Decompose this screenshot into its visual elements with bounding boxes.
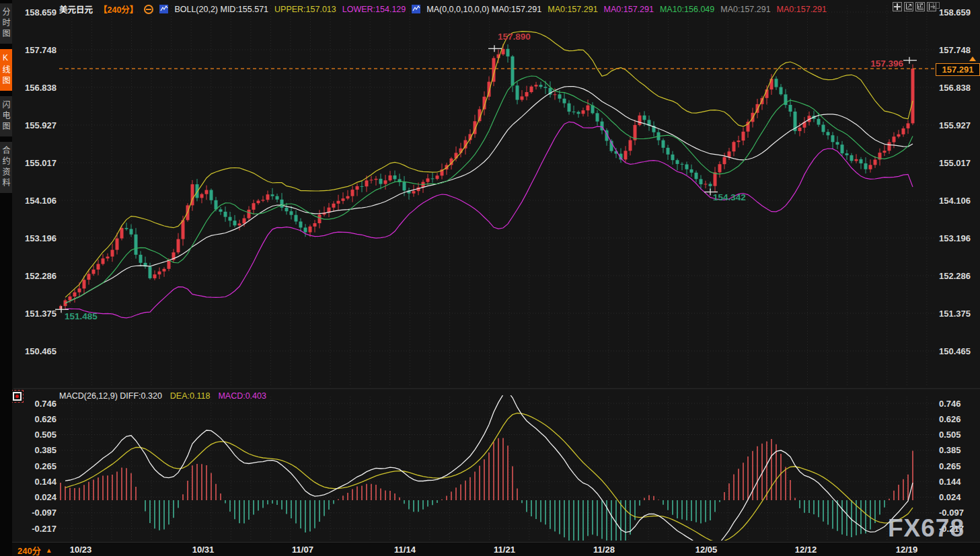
chart-toolbar [893,2,936,11]
x-axis-label: 10/31 [192,545,215,555]
x-axis-label: 12/05 [695,545,718,555]
price-axis-label-left: 0.385 [34,445,56,455]
footer-period[interactable]: 240分 ▲ [17,544,52,556]
price-axis-label-right: 0.024 [939,492,961,502]
price-axis-label-right: 155.927 [939,120,971,130]
x-axis-label: 11/14 [394,545,416,555]
live-marker-icon[interactable] [13,392,22,401]
x-axis-label: 12/19 [896,545,918,555]
axis-settings-icon[interactable] [933,2,940,9]
macd-macd-value: MACD:0.403 [218,391,266,401]
annotation-price-text: 151.485 [65,311,98,321]
grid-lines [59,5,935,540]
ma-indicator-icon[interactable] [412,5,420,13]
scale-left-icon[interactable] [904,2,913,11]
price-axis-label-left: -0.217 [32,524,56,534]
price-axis-label-left: 155.927 [25,120,56,130]
price-axis-label-left: 153.196 [25,233,56,243]
boll-indicator-icon[interactable] [159,5,168,13]
sidebar-tab-contract-info[interactable]: 合约资料 [0,142,12,193]
price-annotation: 157.396 [870,57,917,69]
annotation-price-text: 154.342 [713,192,746,202]
price-axis-label-right: 0.626 [939,414,961,424]
grid-layout-icon[interactable] [893,2,902,11]
candlestick-series [59,32,915,318]
period-label[interactable]: 【240分】 [99,3,138,15]
price-axis-label-right: 157.748 [939,45,971,55]
red-dot [15,395,19,398]
indicator-legend: 美元日元 【240分】 BOLL(20,2) MID:155.571 UPPER… [59,3,827,15]
symbol-name: 美元日元 [59,3,93,15]
ma0-value-yellow: MA0:157.291 [548,5,597,14]
sidebar-tab-kline[interactable]: K线图 [0,49,12,91]
up-triangle-icon: ▲ [46,547,52,554]
price-axis-label-right: 150.465 [939,346,971,356]
price-axis-label-left: 151.375 [25,309,56,319]
price-axis-label-left: 152.286 [25,271,56,281]
price-axis-label-right: 0.746 [939,399,961,409]
macd-diff-value: MACD(26,12,9) DIFF:0.320 [59,391,162,401]
x-axis-label: 12/12 [795,545,817,555]
annotation-price-text: 157.396 [870,58,903,69]
price-axis-label-left: 0.144 [34,477,56,487]
axis-labels: 158.659158.659157.748157.748156.838156.8… [25,7,971,534]
price-axis-label-right: 153.196 [939,233,971,243]
x-axis-label: 11/21 [494,545,515,555]
ma0-value-white: MA(0,0,0,10,0,0) MA0:157.291 [426,5,541,14]
price-axis-label-right: 152.286 [939,271,971,281]
price-axis-label-right: 0.144 [939,477,961,487]
price-axis-label-right: 0.265 [939,461,961,471]
x-axis-strip: 10/2310/3111/0711/1411/2111/2812/0512/12… [0,542,980,556]
price-axis-label-left: 158.659 [25,7,56,17]
boll-upper-value: UPPER:157.013 [274,5,336,14]
price-axis-label-left: 154.106 [25,196,56,206]
price-axis-label-left: 156.838 [25,83,56,93]
current-price-tag: 157.291 [936,63,980,76]
ma0-value-gray: MA0:157.291 [720,5,770,14]
price-axis-label-right: 0.505 [939,430,961,440]
boll-mid-value: BOLL(20,2) MID:155.571 [174,5,268,14]
price-axis-label-right: 0.385 [939,445,961,455]
boll-lower-line [65,122,913,318]
boll-upper-line [65,32,913,298]
ma0-value-red: MA0:157.291 [777,5,827,14]
price-axis-label-right: 158.659 [939,7,971,17]
macd-dea-value: DEA:0.118 [170,391,211,401]
price-axis-label-right: 155.017 [939,158,971,168]
boll-lower-value: LOWER:154.129 [342,5,406,14]
price-axis-label-left: 0.265 [34,461,56,471]
macd-histogram [61,391,913,551]
price-axis-label-left: 155.017 [25,158,56,168]
price-axis-label-left: 157.748 [25,45,56,55]
annotation-price-text: 157.890 [498,32,531,42]
price-axis-label-right: 154.106 [939,196,971,206]
price-axis-label-left: 0.505 [34,430,56,440]
footer-period-label: 240分 [17,544,41,556]
price-up-triangle-icon [969,56,976,61]
price-axis-label-left: -0.097 [32,508,56,518]
price-axis-label-left: 0.626 [34,414,56,424]
chart-canvas[interactable]: 158.659158.659157.748157.748156.838156.8… [0,0,980,556]
price-axis-label-left: 0.746 [34,399,56,409]
ma10-value-green: MA10:156.049 [660,5,714,14]
x-axis-label: 11/28 [593,545,615,555]
ma0-value-magenta: MA0:157.291 [604,5,654,14]
watermark-logo: FX678 [888,514,965,543]
price-annotation: 151.485 [55,306,98,321]
x-axis-label: 11/07 [292,545,313,555]
chart-settings-icon[interactable] [144,5,153,14]
sidebar-tab-lightning[interactable]: 闪电图 [0,96,12,136]
trading-app-window: 分时图 K线图 闪电图 合约资料 158.659158.659157.74815… [0,0,980,556]
x-axis-label: 10/23 [70,545,92,555]
scale-right-icon[interactable] [915,2,925,11]
price-axis-label-right: 156.838 [939,83,971,93]
sidebar-tab-timeshare[interactable]: 分时图 [0,3,12,44]
price-axis-label-right: 151.375 [939,309,971,319]
sidebar: 分时图 K线图 闪电图 合约资料 [0,0,12,556]
price-axis-label-left: 0.024 [34,492,56,502]
price-axis-label-left: 150.465 [25,346,56,356]
macd-legend: MACD(26,12,9) DIFF:0.320 DEA:0.118 MACD:… [59,391,266,401]
